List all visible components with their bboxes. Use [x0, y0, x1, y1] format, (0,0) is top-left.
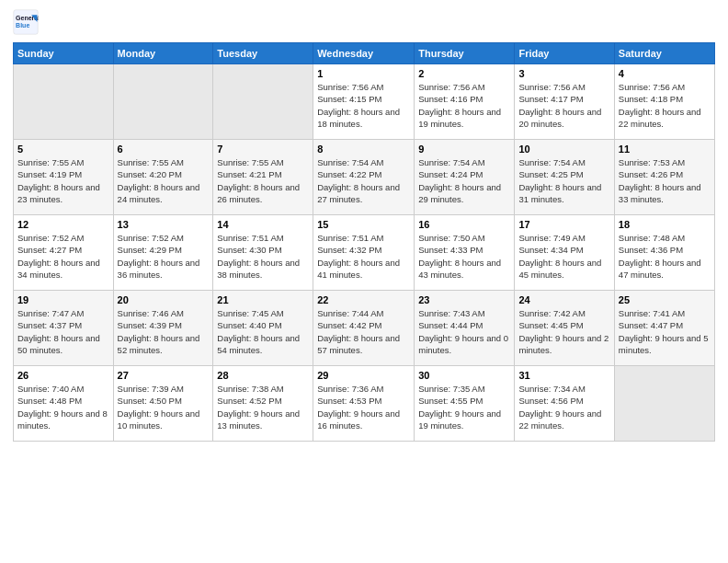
day-info: Sunrise: 7:34 AM Sunset: 4:56 PM Dayligh…	[518, 383, 609, 431]
day-info: Sunrise: 7:45 AM Sunset: 4:40 PM Dayligh…	[217, 307, 309, 356]
calendar-cell: 17Sunrise: 7:49 AM Sunset: 4:34 PM Dayli…	[515, 215, 614, 291]
day-number: 16	[418, 219, 510, 230]
day-info: Sunrise: 7:53 AM Sunset: 4:26 PM Dayligh…	[619, 156, 711, 205]
day-info: Sunrise: 7:55 AM Sunset: 4:20 PM Dayligh…	[118, 156, 210, 205]
calendar-cell: 25Sunrise: 7:41 AM Sunset: 4:47 PM Dayli…	[614, 291, 714, 366]
calendar-cell: 31Sunrise: 7:34 AM Sunset: 4:56 PM Dayli…	[515, 366, 614, 442]
day-number: 11	[619, 144, 711, 155]
day-number: 1	[317, 68, 410, 79]
day-info: Sunrise: 7:49 AM Sunset: 4:34 PM Dayligh…	[518, 232, 609, 281]
calendar-cell: 16Sunrise: 7:50 AM Sunset: 4:33 PM Dayli…	[415, 215, 515, 291]
calendar-body: 1Sunrise: 7:56 AM Sunset: 4:15 PM Daylig…	[14, 64, 715, 442]
calendar-cell: 27Sunrise: 7:39 AM Sunset: 4:50 PM Dayli…	[113, 366, 213, 442]
day-info: Sunrise: 7:56 AM Sunset: 4:17 PM Dayligh…	[518, 81, 609, 130]
day-number: 19	[17, 294, 109, 305]
calendar-cell: 22Sunrise: 7:44 AM Sunset: 4:42 PM Dayli…	[313, 291, 415, 366]
logo: General Blue	[13, 9, 39, 35]
day-info: Sunrise: 7:55 AM Sunset: 4:19 PM Dayligh…	[17, 156, 109, 205]
calendar-cell: 2Sunrise: 7:56 AM Sunset: 4:16 PM Daylig…	[415, 64, 515, 140]
calendar-week-3: 12Sunrise: 7:52 AM Sunset: 4:27 PM Dayli…	[14, 215, 715, 291]
day-info: Sunrise: 7:47 AM Sunset: 4:37 PM Dayligh…	[17, 307, 109, 356]
calendar-cell: 15Sunrise: 7:51 AM Sunset: 4:32 PM Dayli…	[313, 215, 415, 291]
calendar-cell: 14Sunrise: 7:51 AM Sunset: 4:30 PM Dayli…	[213, 215, 313, 291]
day-info: Sunrise: 7:52 AM Sunset: 4:27 PM Dayligh…	[17, 232, 109, 281]
header-sunday: Sunday	[14, 43, 114, 64]
day-number: 22	[317, 294, 410, 305]
header-monday: Monday	[113, 43, 213, 64]
day-number: 25	[619, 294, 711, 305]
calendar-cell: 28Sunrise: 7:38 AM Sunset: 4:52 PM Dayli…	[213, 366, 313, 442]
day-info: Sunrise: 7:55 AM Sunset: 4:21 PM Dayligh…	[217, 156, 309, 205]
header-wednesday: Wednesday	[313, 43, 415, 64]
calendar-cell: 29Sunrise: 7:36 AM Sunset: 4:53 PM Dayli…	[313, 366, 415, 442]
day-number: 6	[118, 144, 210, 155]
day-info: Sunrise: 7:56 AM Sunset: 4:16 PM Dayligh…	[418, 81, 510, 130]
calendar-week-2: 5Sunrise: 7:55 AM Sunset: 4:19 PM Daylig…	[14, 140, 715, 215]
day-info: Sunrise: 7:35 AM Sunset: 4:55 PM Dayligh…	[418, 383, 510, 431]
logo-icon: General Blue	[13, 9, 39, 35]
day-info: Sunrise: 7:41 AM Sunset: 4:47 PM Dayligh…	[619, 307, 711, 356]
day-info: Sunrise: 7:50 AM Sunset: 4:33 PM Dayligh…	[418, 232, 510, 281]
day-info: Sunrise: 7:38 AM Sunset: 4:52 PM Dayligh…	[217, 383, 309, 431]
day-number: 20	[118, 294, 210, 305]
calendar-cell: 20Sunrise: 7:46 AM Sunset: 4:39 PM Dayli…	[113, 291, 213, 366]
calendar-cell: 5Sunrise: 7:55 AM Sunset: 4:19 PM Daylig…	[14, 140, 114, 215]
day-info: Sunrise: 7:54 AM Sunset: 4:22 PM Dayligh…	[317, 156, 410, 205]
calendar-cell: 10Sunrise: 7:54 AM Sunset: 4:25 PM Dayli…	[515, 140, 614, 215]
calendar-cell: 8Sunrise: 7:54 AM Sunset: 4:22 PM Daylig…	[313, 140, 415, 215]
day-number: 23	[418, 294, 510, 305]
day-info: Sunrise: 7:51 AM Sunset: 4:32 PM Dayligh…	[317, 232, 410, 281]
calendar-cell: 26Sunrise: 7:40 AM Sunset: 4:48 PM Dayli…	[14, 366, 114, 442]
calendar-header-row: SundayMondayTuesdayWednesdayThursdayFrid…	[14, 43, 715, 64]
header-saturday: Saturday	[614, 43, 714, 64]
day-info: Sunrise: 7:36 AM Sunset: 4:53 PM Dayligh…	[317, 383, 410, 431]
calendar-cell	[113, 64, 213, 140]
calendar-cell: 1Sunrise: 7:56 AM Sunset: 4:15 PM Daylig…	[313, 64, 415, 140]
day-number: 31	[518, 370, 609, 381]
day-number: 12	[17, 219, 109, 230]
calendar-week-1: 1Sunrise: 7:56 AM Sunset: 4:15 PM Daylig…	[14, 64, 715, 140]
calendar-cell: 21Sunrise: 7:45 AM Sunset: 4:40 PM Dayli…	[213, 291, 313, 366]
calendar-cell: 12Sunrise: 7:52 AM Sunset: 4:27 PM Dayli…	[14, 215, 114, 291]
day-number: 15	[317, 219, 410, 230]
calendar-cell: 6Sunrise: 7:55 AM Sunset: 4:20 PM Daylig…	[113, 140, 213, 215]
day-number: 5	[17, 144, 109, 155]
day-info: Sunrise: 7:56 AM Sunset: 4:15 PM Dayligh…	[317, 81, 410, 130]
day-info: Sunrise: 7:40 AM Sunset: 4:48 PM Dayligh…	[17, 383, 109, 431]
calendar-cell: 23Sunrise: 7:43 AM Sunset: 4:44 PM Dayli…	[415, 291, 515, 366]
day-number: 24	[518, 294, 609, 305]
day-info: Sunrise: 7:51 AM Sunset: 4:30 PM Dayligh…	[217, 232, 309, 281]
header-friday: Friday	[515, 43, 614, 64]
day-number: 9	[418, 144, 510, 155]
day-info: Sunrise: 7:44 AM Sunset: 4:42 PM Dayligh…	[317, 307, 410, 356]
day-number: 8	[317, 144, 410, 155]
calendar-cell: 9Sunrise: 7:54 AM Sunset: 4:24 PM Daylig…	[415, 140, 515, 215]
calendar-cell: 3Sunrise: 7:56 AM Sunset: 4:17 PM Daylig…	[515, 64, 614, 140]
svg-text:Blue: Blue	[16, 22, 29, 29]
calendar-cell	[213, 64, 313, 140]
day-info: Sunrise: 7:42 AM Sunset: 4:45 PM Dayligh…	[518, 307, 609, 356]
calendar-cell: 7Sunrise: 7:55 AM Sunset: 4:21 PM Daylig…	[213, 140, 313, 215]
calendar-table: SundayMondayTuesdayWednesdayThursdayFrid…	[13, 42, 715, 442]
day-number: 28	[217, 370, 309, 381]
day-number: 30	[418, 370, 510, 381]
day-number: 18	[619, 219, 711, 230]
day-number: 14	[217, 219, 309, 230]
day-number: 29	[317, 370, 410, 381]
day-info: Sunrise: 7:52 AM Sunset: 4:29 PM Dayligh…	[118, 232, 210, 281]
calendar-cell: 11Sunrise: 7:53 AM Sunset: 4:26 PM Dayli…	[614, 140, 714, 215]
calendar-week-4: 19Sunrise: 7:47 AM Sunset: 4:37 PM Dayli…	[14, 291, 715, 366]
calendar-cell	[14, 64, 114, 140]
day-number: 3	[518, 68, 609, 79]
calendar-cell: 18Sunrise: 7:48 AM Sunset: 4:36 PM Dayli…	[614, 215, 714, 291]
day-number: 17	[518, 219, 609, 230]
calendar-cell: 13Sunrise: 7:52 AM Sunset: 4:29 PM Dayli…	[113, 215, 213, 291]
day-info: Sunrise: 7:39 AM Sunset: 4:50 PM Dayligh…	[118, 383, 210, 431]
calendar-cell: 30Sunrise: 7:35 AM Sunset: 4:55 PM Dayli…	[415, 366, 515, 442]
calendar-week-5: 26Sunrise: 7:40 AM Sunset: 4:48 PM Dayli…	[14, 366, 715, 442]
calendar-cell	[614, 366, 714, 442]
day-info: Sunrise: 7:56 AM Sunset: 4:18 PM Dayligh…	[619, 81, 711, 130]
day-info: Sunrise: 7:46 AM Sunset: 4:39 PM Dayligh…	[118, 307, 210, 356]
day-number: 13	[118, 219, 210, 230]
calendar-cell: 19Sunrise: 7:47 AM Sunset: 4:37 PM Dayli…	[14, 291, 114, 366]
